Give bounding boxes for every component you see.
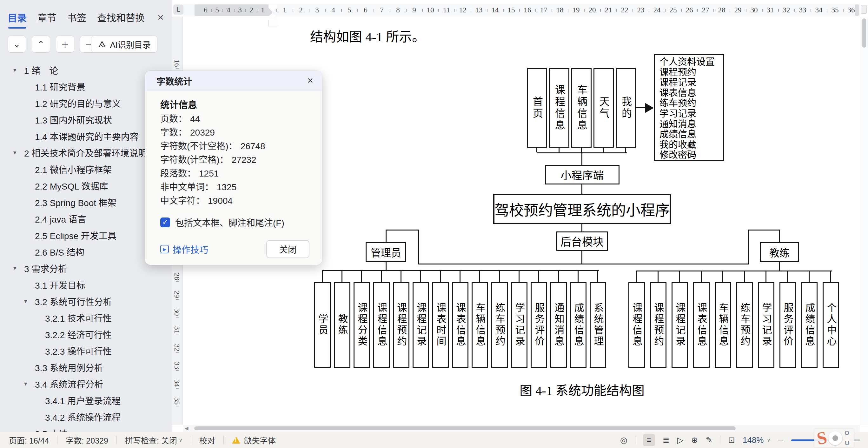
horizontal-scrollbar-thumb[interactable] xyxy=(194,426,736,430)
vertical-scrollbar-thumb[interactable] xyxy=(862,19,866,48)
ink-pen-icon[interactable]: ✎ xyxy=(706,436,712,444)
ruler-number: 28 xyxy=(173,273,181,280)
tab-chapters[interactable]: 章节 xyxy=(37,10,57,24)
connector xyxy=(679,270,680,282)
chevron-down-icon: ∨ xyxy=(767,437,770,443)
stat-label: 字符数(计空格)： xyxy=(160,153,228,167)
left-indent-marker[interactable] xyxy=(269,20,277,26)
ruler-right-margin xyxy=(855,4,859,16)
connector xyxy=(779,230,780,242)
connector xyxy=(603,148,604,152)
horizontal-ruler[interactable]: 6543211234567891011121314151617181920212… xyxy=(183,4,860,17)
tab-stop-selector[interactable]: L xyxy=(173,4,183,14)
web-layout-icon[interactable]: ⊕ xyxy=(691,436,698,444)
collapse-up-button[interactable]: ⌃ xyxy=(32,35,50,53)
expand-arrow-icon[interactable]: ▾ xyxy=(13,66,17,74)
ruler-number: 18 xyxy=(556,6,564,14)
paragraph-text: 结构如图 4-1 所示。 xyxy=(310,26,425,45)
toc-item[interactable]: 3.2.3 操作可行性 xyxy=(0,342,172,359)
expand-arrow-icon[interactable]: ▾ xyxy=(13,265,17,272)
toc-item[interactable]: ▾3.4 系统流程分析 xyxy=(0,376,172,392)
horizontal-scrollbar[interactable]: ◀ xyxy=(183,425,860,432)
page-indicator[interactable]: 页面: 16/44 xyxy=(9,434,49,446)
overlay-app-badge[interactable]: S O U xyxy=(814,429,854,447)
ruler-tick xyxy=(406,9,407,12)
proofread-button[interactable]: 校对 xyxy=(199,434,215,446)
tab-toc[interactable]: 目录 xyxy=(8,10,27,24)
toc-item-label: 3.2 系统可行性分析 xyxy=(35,295,112,308)
scroll-left-icon[interactable]: ◀ xyxy=(185,425,188,431)
close-sidebar-icon[interactable]: × xyxy=(157,12,164,23)
stat-value: 20329 xyxy=(190,126,215,139)
ruler-tick xyxy=(176,335,179,335)
dialog-close-button[interactable]: 关闭 xyxy=(266,240,309,258)
missing-font-warning[interactable]: 缺失字体 xyxy=(232,434,276,446)
read-mode-icon[interactable]: ◎ xyxy=(620,436,627,444)
toc-item[interactable]: ▾3.2 系统可行性分析 xyxy=(0,293,172,309)
ruler-number: 8 xyxy=(396,6,400,14)
page-view-icon[interactable]: ≡ xyxy=(643,434,655,446)
toc-item-label: 2 相关技术简介及部署环境说明 xyxy=(24,146,147,159)
include-textbox-checkbox-row[interactable]: ✓ 包括文本框、脚注和尾注(F) xyxy=(160,216,309,229)
connector xyxy=(658,270,658,282)
overlay-letter-bottom: U xyxy=(845,440,849,447)
toc-item-label: 1.4 本课题研究的主要内容 xyxy=(35,130,139,143)
outline-view-icon[interactable]: ≣ xyxy=(663,436,670,444)
connector xyxy=(597,270,598,282)
missing-font-label: 缺失字体 xyxy=(244,434,276,446)
stat-label: 字符数(不计空格)： xyxy=(160,139,238,153)
spellcheck-toggle[interactable]: 拼写检查: 关闭 ∨ xyxy=(125,434,183,446)
toc-item[interactable]: 3.5 小结 xyxy=(0,425,172,432)
nav-box-label: 天气 xyxy=(596,96,611,120)
toc-item[interactable]: 3.2.1 技术可行性 xyxy=(0,309,172,326)
tips-link[interactable]: ▶ 操作技巧 xyxy=(160,243,208,256)
tab-bookmarks[interactable]: 书签 xyxy=(67,10,86,24)
zoom-out-icon[interactable]: − xyxy=(778,435,783,445)
sidebar-tabs: 目录 章节 书签 查找和替换 × xyxy=(8,9,164,25)
dialog-close-icon[interactable]: × xyxy=(307,75,313,85)
expand-arrow-icon[interactable]: ▾ xyxy=(24,380,27,387)
dialog-header[interactable]: 字数统计 × xyxy=(145,71,322,91)
toc-item[interactable]: 3.4.2 系统操作流程 xyxy=(0,409,172,425)
my-features-box: 个人资料设置 课程预约 课程记录 课表信息 练车预约 学习记录 通知消息 成绩信… xyxy=(654,54,724,161)
backend-module-label: 后台模块 xyxy=(560,233,603,249)
toc-item[interactable]: 3.3 系统用例分析 xyxy=(0,359,172,376)
stat-value: 19004 xyxy=(208,194,232,208)
vertical-scrollbar[interactable] xyxy=(860,17,868,425)
admin-child-box-label: 课表时间 xyxy=(434,303,448,347)
expand-down-button[interactable]: ⌄ xyxy=(8,35,26,53)
ruler-number: 3 xyxy=(238,6,242,14)
ruler-tick xyxy=(245,9,246,12)
word-count-indicator[interactable]: 字数: 20329 xyxy=(66,434,108,446)
fit-page-icon[interactable]: ⊡ xyxy=(728,436,735,444)
play-presentation-icon[interactable]: ▷ xyxy=(677,436,684,444)
expand-arrow-icon[interactable]: ▾ xyxy=(24,298,27,305)
toc-item-label: 3.4 系统流程分析 xyxy=(35,378,103,390)
chevron-down-icon: ∨ xyxy=(179,437,183,443)
separator xyxy=(635,436,636,444)
toc-item[interactable]: 3.1 开发目标 xyxy=(0,276,172,293)
expand-arrow-icon[interactable]: ▾ xyxy=(13,149,17,156)
admin-child-box: 通知消息 xyxy=(550,282,567,368)
ruler-number: 30 xyxy=(751,6,758,14)
expand-all-button[interactable]: ＋ xyxy=(56,35,74,53)
ruler-tick xyxy=(697,9,698,12)
toc-item-label: 3.2.1 技术可行性 xyxy=(45,311,112,324)
ai-recognize-toc-button[interactable]: AI识别目录 xyxy=(91,35,157,53)
connector xyxy=(787,270,788,282)
word-count-dialog: 字数统计 × 统计信息 页数：44字数：20329字符数(不计空格)：26748… xyxy=(145,71,322,265)
admin-child-box: 课程分类 xyxy=(353,282,370,368)
connector xyxy=(558,270,559,282)
admin-child-box: 课表信息 xyxy=(452,282,468,368)
warning-icon xyxy=(232,437,240,444)
ruler-tick xyxy=(257,9,257,12)
toc-item[interactable]: 3.4.1 用户登录流程 xyxy=(0,392,172,409)
ruler-tick xyxy=(778,9,779,12)
zoom-control[interactable]: 148% ∨ xyxy=(743,435,770,445)
toc-item[interactable]: 3.2.2 经济可行性 xyxy=(0,326,172,342)
nav-box: 首页 xyxy=(527,68,547,148)
checkbox-checked-icon[interactable]: ✓ xyxy=(160,217,170,227)
ruler-number: 31 xyxy=(767,6,774,14)
tab-find-replace[interactable]: 查找和替换 xyxy=(97,10,145,24)
ruler-toggle-icon[interactable] xyxy=(861,5,867,14)
